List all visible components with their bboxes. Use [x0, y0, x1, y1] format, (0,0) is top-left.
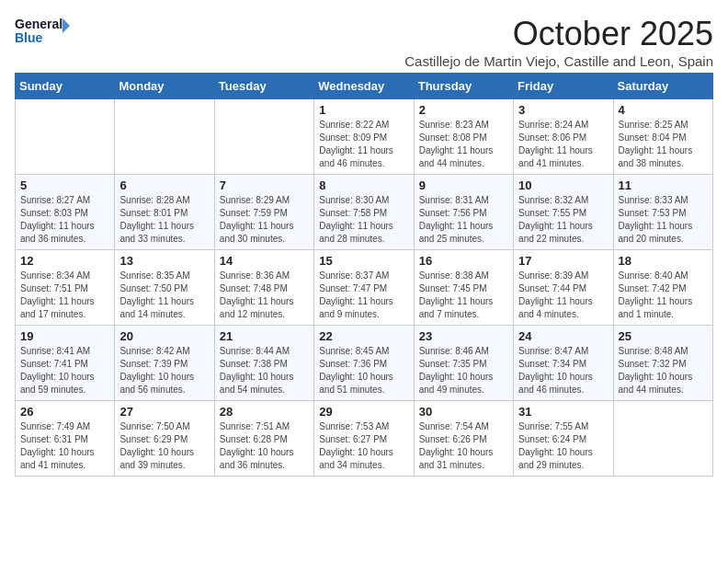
- day-number: 30: [419, 405, 508, 419]
- calendar-cell: 25Sunrise: 8:48 AM Sunset: 7:32 PM Dayli…: [613, 326, 712, 401]
- calendar-cell: [16, 99, 115, 175]
- day-info: Sunrise: 8:23 AM Sunset: 8:08 PM Dayligh…: [419, 119, 508, 170]
- day-number: 17: [518, 254, 608, 268]
- calendar-cell: 26Sunrise: 7:49 AM Sunset: 6:31 PM Dayli…: [16, 401, 115, 477]
- calendar-cell: 3Sunrise: 8:24 AM Sunset: 8:06 PM Daylig…: [514, 99, 613, 175]
- day-info: Sunrise: 8:31 AM Sunset: 7:56 PM Dayligh…: [419, 194, 508, 246]
- day-info: Sunrise: 8:28 AM Sunset: 8:01 PM Dayligh…: [119, 194, 209, 246]
- calendar-cell: 15Sunrise: 8:37 AM Sunset: 7:47 PM Dayli…: [314, 250, 414, 326]
- day-number: 12: [20, 254, 109, 268]
- calendar-cell: 31Sunrise: 7:55 AM Sunset: 6:24 PM Dayli…: [514, 401, 613, 477]
- day-number: 6: [119, 178, 209, 192]
- day-number: 15: [319, 254, 408, 268]
- calendar-cell: 22Sunrise: 8:45 AM Sunset: 7:36 PM Dayli…: [314, 326, 414, 401]
- calendar-cell: 11Sunrise: 8:33 AM Sunset: 7:53 PM Dayli…: [613, 175, 712, 250]
- calendar-cell: 13Sunrise: 8:35 AM Sunset: 7:50 PM Dayli…: [115, 250, 214, 326]
- day-info: Sunrise: 8:25 AM Sunset: 8:04 PM Dayligh…: [619, 119, 708, 170]
- week-row-4: 19Sunrise: 8:41 AM Sunset: 7:41 PM Dayli…: [16, 326, 713, 401]
- day-info: Sunrise: 7:53 AM Sunset: 6:27 PM Dayligh…: [319, 420, 408, 472]
- week-row-1: 1Sunrise: 8:22 AM Sunset: 8:09 PM Daylig…: [16, 99, 713, 175]
- day-number: 29: [319, 405, 408, 419]
- calendar-cell: 8Sunrise: 8:30 AM Sunset: 7:58 PM Daylig…: [314, 175, 414, 250]
- day-info: Sunrise: 8:38 AM Sunset: 7:45 PM Dayligh…: [419, 270, 508, 321]
- day-number: 9: [419, 178, 508, 192]
- day-info: Sunrise: 8:45 AM Sunset: 7:36 PM Dayligh…: [319, 345, 408, 396]
- day-info: Sunrise: 8:40 AM Sunset: 7:42 PM Dayligh…: [619, 270, 708, 321]
- logo: General Blue: [15, 15, 70, 48]
- calendar-cell: 6Sunrise: 8:28 AM Sunset: 8:01 PM Daylig…: [115, 175, 214, 250]
- calendar-cell: 30Sunrise: 7:54 AM Sunset: 6:26 PM Dayli…: [414, 401, 513, 477]
- day-info: Sunrise: 8:37 AM Sunset: 7:47 PM Dayligh…: [319, 270, 408, 321]
- day-info: Sunrise: 7:49 AM Sunset: 6:31 PM Dayligh…: [20, 420, 109, 472]
- week-row-3: 12Sunrise: 8:34 AM Sunset: 7:51 PM Dayli…: [16, 250, 713, 326]
- calendar-cell: [214, 99, 313, 175]
- calendar-cell: 29Sunrise: 7:53 AM Sunset: 6:27 PM Dayli…: [314, 401, 414, 477]
- svg-text:General: General: [15, 17, 63, 31]
- calendar-cell: 10Sunrise: 8:32 AM Sunset: 7:55 PM Dayli…: [514, 175, 613, 250]
- day-number: 26: [20, 405, 109, 419]
- month-title: October 2025: [404, 15, 713, 53]
- day-info: Sunrise: 8:46 AM Sunset: 7:35 PM Dayligh…: [419, 345, 508, 396]
- weekday-header-thursday: Thursday: [414, 74, 513, 99]
- day-number: 31: [518, 405, 608, 419]
- day-info: Sunrise: 7:54 AM Sunset: 6:26 PM Dayligh…: [419, 420, 508, 472]
- day-info: Sunrise: 8:44 AM Sunset: 7:38 PM Dayligh…: [220, 345, 309, 396]
- day-number: 5: [20, 178, 109, 192]
- weekday-header-saturday: Saturday: [613, 74, 712, 99]
- day-number: 1: [319, 103, 408, 117]
- day-info: Sunrise: 8:34 AM Sunset: 7:51 PM Dayligh…: [20, 270, 109, 321]
- day-number: 18: [619, 254, 708, 268]
- calendar-cell: 2Sunrise: 8:23 AM Sunset: 8:08 PM Daylig…: [414, 99, 513, 175]
- calendar-cell: 27Sunrise: 7:50 AM Sunset: 6:29 PM Dayli…: [115, 401, 214, 477]
- day-number: 25: [619, 329, 708, 343]
- calendar-cell: 14Sunrise: 8:36 AM Sunset: 7:48 PM Dayli…: [214, 250, 313, 326]
- week-row-2: 5Sunrise: 8:27 AM Sunset: 8:03 PM Daylig…: [16, 175, 713, 250]
- day-number: 22: [319, 329, 408, 343]
- day-number: 14: [220, 254, 309, 268]
- weekday-header-row: SundayMondayTuesdayWednesdayThursdayFrid…: [16, 74, 713, 99]
- calendar-cell: 20Sunrise: 8:42 AM Sunset: 7:39 PM Dayli…: [115, 326, 214, 401]
- day-info: Sunrise: 8:24 AM Sunset: 8:06 PM Dayligh…: [518, 119, 608, 170]
- calendar-cell: 28Sunrise: 7:51 AM Sunset: 6:28 PM Dayli…: [214, 401, 313, 477]
- logo-svg: General Blue: [15, 15, 70, 48]
- svg-text:Blue: Blue: [15, 30, 43, 45]
- calendar-cell: [115, 99, 214, 175]
- day-info: Sunrise: 8:27 AM Sunset: 8:03 PM Dayligh…: [20, 194, 109, 246]
- day-number: 20: [119, 329, 209, 343]
- calendar-cell: [613, 401, 712, 477]
- day-info: Sunrise: 8:32 AM Sunset: 7:55 PM Dayligh…: [518, 194, 608, 246]
- calendar-cell: 23Sunrise: 8:46 AM Sunset: 7:35 PM Dayli…: [414, 326, 513, 401]
- day-number: 28: [220, 405, 309, 419]
- weekday-header-sunday: Sunday: [16, 74, 115, 99]
- day-number: 4: [619, 103, 708, 117]
- day-info: Sunrise: 8:48 AM Sunset: 7:32 PM Dayligh…: [619, 345, 708, 396]
- day-info: Sunrise: 8:30 AM Sunset: 7:58 PM Dayligh…: [319, 194, 408, 246]
- day-number: 11: [619, 178, 708, 192]
- svg-marker-2: [63, 18, 70, 33]
- day-number: 21: [220, 329, 309, 343]
- day-number: 10: [518, 178, 608, 192]
- calendar-cell: 7Sunrise: 8:29 AM Sunset: 7:59 PM Daylig…: [214, 175, 313, 250]
- day-number: 2: [419, 103, 508, 117]
- calendar-cell: 4Sunrise: 8:25 AM Sunset: 8:04 PM Daylig…: [613, 99, 712, 175]
- location-subtitle: Castillejo de Martin Viejo, Castille and…: [404, 53, 713, 69]
- calendar-cell: 18Sunrise: 8:40 AM Sunset: 7:42 PM Dayli…: [613, 250, 712, 326]
- calendar-cell: 17Sunrise: 8:39 AM Sunset: 7:44 PM Dayli…: [514, 250, 613, 326]
- calendar-cell: 24Sunrise: 8:47 AM Sunset: 7:34 PM Dayli…: [514, 326, 613, 401]
- day-info: Sunrise: 8:35 AM Sunset: 7:50 PM Dayligh…: [119, 270, 209, 321]
- day-number: 19: [20, 329, 109, 343]
- day-info: Sunrise: 8:29 AM Sunset: 7:59 PM Dayligh…: [220, 194, 309, 246]
- day-info: Sunrise: 8:41 AM Sunset: 7:41 PM Dayligh…: [20, 345, 109, 396]
- day-number: 3: [518, 103, 608, 117]
- calendar-cell: 12Sunrise: 8:34 AM Sunset: 7:51 PM Dayli…: [16, 250, 115, 326]
- weekday-header-friday: Friday: [514, 74, 613, 99]
- day-info: Sunrise: 8:42 AM Sunset: 7:39 PM Dayligh…: [119, 345, 209, 396]
- calendar-cell: 5Sunrise: 8:27 AM Sunset: 8:03 PM Daylig…: [16, 175, 115, 250]
- calendar-cell: 21Sunrise: 8:44 AM Sunset: 7:38 PM Dayli…: [214, 326, 313, 401]
- title-area: October 2025 Castillejo de Martin Viejo,…: [404, 15, 713, 69]
- calendar-cell: 16Sunrise: 8:38 AM Sunset: 7:45 PM Dayli…: [414, 250, 513, 326]
- weekday-header-tuesday: Tuesday: [214, 74, 313, 99]
- day-info: Sunrise: 7:55 AM Sunset: 6:24 PM Dayligh…: [518, 420, 608, 472]
- day-number: 24: [518, 329, 608, 343]
- day-info: Sunrise: 8:33 AM Sunset: 7:53 PM Dayligh…: [619, 194, 708, 246]
